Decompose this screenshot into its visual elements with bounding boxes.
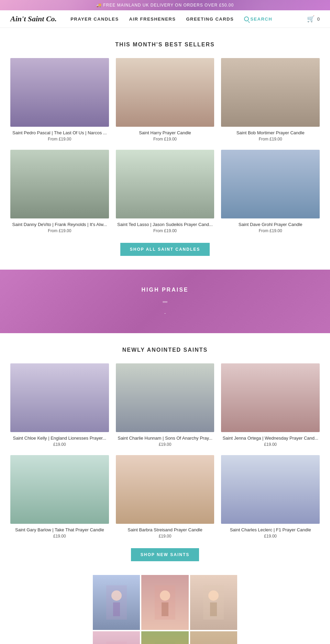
- product-name: Saint Danny DeVito | Frank Reynolds | It…: [12, 222, 107, 227]
- product-image: [10, 455, 109, 524]
- product-item[interactable]: Saint Chloe Kelly | England Lionesses Pr…: [10, 363, 109, 447]
- product-image: [116, 455, 214, 524]
- card-art: [141, 575, 188, 630]
- product-image: [116, 58, 214, 127]
- main-nav: PRAYER CANDLES AIR FRESHENERS GREETING C…: [70, 16, 307, 22]
- svg-point-1: [111, 590, 122, 601]
- search-icon: [244, 16, 249, 21]
- product-name: Saint Charles Leclerc | F1 Prayer Candle: [230, 527, 311, 532]
- top-banner: 🚚 FREE MAINLAND UK DELIVERY ON ORDERS OV…: [0, 0, 330, 10]
- mosaic-card: [141, 575, 188, 630]
- mosaic-card: [141, 631, 188, 644]
- cards-mosaic: [93, 575, 237, 644]
- card-art: [141, 631, 188, 644]
- product-price: £19.00: [264, 442, 277, 447]
- high-praise-section: HIGH PRAISE "" -: [0, 270, 330, 333]
- product-item[interactable]: Saint Ted Lasso | Jason Sudeikis Prayer …: [116, 150, 214, 233]
- product-price: From £19.00: [48, 137, 71, 142]
- mosaic-card: [190, 631, 237, 644]
- cards-image-section: [0, 575, 330, 644]
- shop-new-saints-button[interactable]: SHOP NEW SAINTS: [131, 548, 199, 561]
- product-name: Saint Harry Prayer Candle: [139, 130, 191, 135]
- svg-point-4: [160, 590, 170, 601]
- product-item[interactable]: Saint Dave Grohl Prayer Candle From £19.…: [221, 150, 320, 233]
- logo[interactable]: Ain't Saint Co.: [10, 14, 57, 23]
- newly-anointed-grid: Saint Chloe Kelly | England Lionesses Pr…: [10, 363, 320, 539]
- product-item[interactable]: Saint Gary Barlow | Take That Prayer Can…: [10, 455, 109, 539]
- bestsellers-section: THIS MONTH'S BEST SELLERS Saint Pedro Pa…: [0, 28, 330, 270]
- high-praise-title: HIGH PRAISE: [10, 287, 320, 293]
- nav-prayer-candles[interactable]: PRAYER CANDLES: [70, 16, 119, 22]
- product-price: From £19.00: [153, 228, 177, 233]
- svg-rect-2: [113, 602, 120, 616]
- product-price: £19.00: [53, 534, 66, 539]
- header-right: 🛒 0: [307, 15, 320, 23]
- product-item[interactable]: Saint Jenna Ortega | Wednesday Prayer Ca…: [221, 363, 320, 447]
- newly-anointed-title: NEWLY ANOINTED SAINTS: [10, 347, 320, 353]
- svg-rect-12: [155, 642, 175, 644]
- card-art: [190, 631, 237, 644]
- product-name: Saint Pedro Pascal | The Last Of Us | Na…: [12, 130, 107, 135]
- card-art: [93, 631, 140, 644]
- shop-all-saints-button[interactable]: SHOP ALL SAINT CANDLES: [120, 243, 210, 256]
- product-image: [221, 58, 320, 127]
- search-label: SEARCH: [250, 16, 272, 22]
- product-price: From £19.00: [259, 228, 282, 233]
- card-art: [190, 575, 237, 630]
- product-price: From £19.00: [153, 137, 177, 142]
- product-item[interactable]: Saint Barbra Streisand Prayer Candle £19…: [116, 455, 214, 539]
- product-name: Saint Gary Barlow | Take That Prayer Can…: [15, 527, 104, 532]
- product-item[interactable]: Saint Charles Leclerc | F1 Prayer Candle…: [221, 455, 320, 539]
- praise-quote: "": [10, 300, 320, 308]
- svg-point-7: [208, 590, 219, 601]
- product-image: [221, 150, 320, 218]
- product-name: Saint Ted Lasso | Jason Sudeikis Prayer …: [117, 222, 213, 227]
- svg-rect-5: [162, 602, 168, 616]
- product-price: £19.00: [159, 442, 172, 447]
- product-name: Saint Jenna Ortega | Wednesday Prayer Ca…: [222, 436, 318, 441]
- product-price: £19.00: [264, 534, 277, 539]
- product-name: Saint Charlie Hunnam | Sons Of Anarchy P…: [118, 436, 212, 441]
- product-image: [116, 363, 214, 432]
- product-image: [10, 58, 109, 127]
- product-price: £19.00: [159, 534, 172, 539]
- card-art: [93, 575, 140, 630]
- newly-anointed-section: NEWLY ANOINTED SAINTS Saint Chloe Kelly …: [0, 333, 330, 575]
- product-price: £19.00: [53, 442, 66, 447]
- mosaic-card: [93, 575, 140, 630]
- header: Ain't Saint Co. PRAYER CANDLES AIR FRESH…: [0, 10, 330, 28]
- svg-rect-9: [106, 642, 127, 644]
- product-name: Saint Bob Mortimer Prayer Candle: [236, 130, 305, 135]
- bestsellers-grid: Saint Pedro Pascal | The Last Of Us | Na…: [10, 58, 320, 233]
- svg-rect-15: [203, 642, 224, 644]
- mosaic-card: [190, 575, 237, 630]
- product-item[interactable]: Saint Danny DeVito | Frank Reynolds | It…: [10, 150, 109, 233]
- banner-text: 🚚 FREE MAINLAND UK DELIVERY ON ORDERS OV…: [96, 3, 234, 8]
- product-item[interactable]: Saint Charlie Hunnam | Sons Of Anarchy P…: [116, 363, 214, 447]
- nav-air-fresheners[interactable]: AIR FRESHENERS: [129, 16, 176, 22]
- product-price: From £19.00: [48, 228, 71, 233]
- product-name: Saint Chloe Kelly | England Lionesses Pr…: [13, 436, 106, 441]
- nav-search-link[interactable]: SEARCH: [244, 16, 272, 22]
- product-image: [221, 455, 320, 524]
- product-item[interactable]: Saint Pedro Pascal | The Last Of Us | Na…: [10, 58, 109, 142]
- bestsellers-title: THIS MONTH'S BEST SELLERS: [10, 42, 320, 48]
- product-name: Saint Barbra Streisand Prayer Candle: [128, 527, 202, 532]
- product-image: [221, 363, 320, 432]
- praise-dash: -: [10, 310, 320, 316]
- product-image: [10, 363, 109, 432]
- svg-rect-8: [210, 602, 217, 616]
- cart-icon[interactable]: 🛒: [307, 15, 315, 23]
- product-item[interactable]: Saint Bob Mortimer Prayer Candle From £1…: [221, 58, 320, 142]
- product-price: From £19.00: [259, 137, 282, 142]
- product-image: [10, 150, 109, 218]
- product-name: Saint Dave Grohl Prayer Candle: [239, 222, 302, 227]
- product-item[interactable]: Saint Harry Prayer Candle From £19.00: [116, 58, 214, 142]
- mosaic-card: [93, 631, 140, 644]
- nav-greeting-cards[interactable]: GREETING CARDS: [186, 16, 234, 22]
- cart-count: 0: [317, 16, 320, 22]
- product-image: [116, 150, 214, 218]
